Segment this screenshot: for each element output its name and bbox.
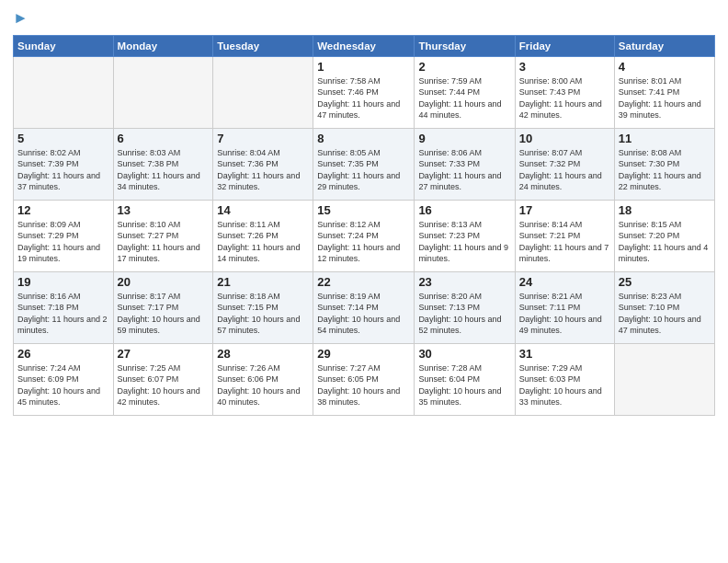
day-info: Sunrise: 8:05 AMSunset: 7:35 PMDaylight:…	[317, 147, 410, 193]
day-info: Sunrise: 8:01 AMSunset: 7:41 PMDaylight:…	[619, 75, 711, 121]
weekday-header-row: SundayMondayTuesdayWednesdayThursdayFrid…	[14, 35, 715, 56]
day-number: 10	[519, 132, 610, 145]
calendar-cell: 1Sunrise: 7:58 AMSunset: 7:46 PMDaylight…	[313, 56, 415, 128]
calendar-cell: 16Sunrise: 8:13 AMSunset: 7:23 PMDayligh…	[415, 200, 515, 271]
calendar-cell: 2Sunrise: 7:59 AMSunset: 7:44 PMDaylight…	[415, 56, 515, 128]
calendar-cell: 8Sunrise: 8:05 AMSunset: 7:35 PMDaylight…	[313, 128, 415, 200]
day-info: Sunrise: 8:19 AMSunset: 7:14 PMDaylight:…	[317, 291, 410, 337]
weekday-header-saturday: Saturday	[614, 35, 714, 56]
day-number: 30	[418, 347, 510, 361]
calendar-cell: 11Sunrise: 8:08 AMSunset: 7:30 PMDayligh…	[614, 128, 714, 200]
calendar-cell: 27Sunrise: 7:25 AMSunset: 6:07 PMDayligh…	[113, 343, 213, 415]
calendar-cell: 20Sunrise: 8:17 AMSunset: 7:17 PMDayligh…	[113, 271, 213, 343]
day-info: Sunrise: 7:59 AMSunset: 7:44 PMDaylight:…	[418, 75, 510, 121]
calendar-cell	[14, 56, 114, 128]
day-number: 2	[418, 60, 510, 74]
day-info: Sunrise: 8:00 AMSunset: 7:43 PMDaylight:…	[519, 75, 610, 121]
weekday-header-wednesday: Wednesday	[313, 35, 415, 56]
day-number: 4	[619, 60, 711, 74]
calendar-cell	[213, 56, 313, 128]
day-number: 18	[619, 203, 711, 217]
calendar-cell: 18Sunrise: 8:15 AMSunset: 7:20 PMDayligh…	[614, 200, 714, 271]
day-number: 21	[217, 275, 309, 289]
calendar-cell: 28Sunrise: 7:26 AMSunset: 6:06 PMDayligh…	[213, 343, 313, 415]
calendar-cell	[113, 56, 213, 128]
calendar-cell	[614, 343, 714, 415]
day-info: Sunrise: 8:10 AMSunset: 7:27 PMDaylight:…	[118, 219, 210, 265]
day-info: Sunrise: 7:29 AMSunset: 6:03 PMDaylight:…	[519, 362, 610, 408]
day-number: 22	[317, 275, 410, 289]
calendar-week-5: 26Sunrise: 7:24 AMSunset: 6:09 PMDayligh…	[14, 343, 715, 415]
day-info: Sunrise: 8:08 AMSunset: 7:30 PMDaylight:…	[619, 147, 711, 193]
day-info: Sunrise: 8:15 AMSunset: 7:20 PMDaylight:…	[619, 219, 711, 265]
day-info: Sunrise: 8:18 AMSunset: 7:15 PMDaylight:…	[217, 291, 309, 337]
day-number: 27	[118, 347, 210, 361]
calendar-cell: 13Sunrise: 8:10 AMSunset: 7:27 PMDayligh…	[113, 200, 213, 271]
weekday-header-thursday: Thursday	[415, 35, 515, 56]
page-container: ► SundayMondayTuesdayWednesdayThursdayFr…	[0, 0, 728, 563]
day-number: 24	[519, 275, 610, 289]
day-info: Sunrise: 8:17 AMSunset: 7:17 PMDaylight:…	[118, 291, 210, 337]
calendar-cell: 26Sunrise: 7:24 AMSunset: 6:09 PMDayligh…	[14, 343, 114, 415]
calendar-cell: 24Sunrise: 8:21 AMSunset: 7:11 PMDayligh…	[515, 271, 614, 343]
calendar-cell: 23Sunrise: 8:20 AMSunset: 7:13 PMDayligh…	[415, 271, 515, 343]
calendar-cell: 10Sunrise: 8:07 AMSunset: 7:32 PMDayligh…	[515, 128, 614, 200]
weekday-header-sunday: Sunday	[14, 35, 114, 56]
day-number: 14	[217, 203, 309, 217]
day-info: Sunrise: 7:26 AMSunset: 6:06 PMDaylight:…	[217, 362, 309, 408]
day-number: 29	[317, 347, 410, 361]
calendar-cell: 9Sunrise: 8:06 AMSunset: 7:33 PMDaylight…	[415, 128, 515, 200]
day-number: 8	[317, 132, 410, 145]
day-number: 5	[17, 132, 109, 145]
day-number: 16	[418, 203, 510, 217]
calendar-week-2: 5Sunrise: 8:02 AMSunset: 7:39 PMDaylight…	[14, 128, 715, 200]
day-info: Sunrise: 7:25 AMSunset: 6:07 PMDaylight:…	[118, 362, 210, 408]
day-number: 1	[317, 60, 410, 74]
day-number: 7	[217, 132, 309, 145]
calendar-cell: 14Sunrise: 8:11 AMSunset: 7:26 PMDayligh…	[213, 200, 313, 271]
weekday-header-tuesday: Tuesday	[213, 35, 313, 56]
day-info: Sunrise: 8:07 AMSunset: 7:32 PMDaylight:…	[519, 147, 610, 193]
calendar-cell: 30Sunrise: 7:28 AMSunset: 6:04 PMDayligh…	[415, 343, 515, 415]
day-number: 28	[217, 347, 309, 361]
calendar-week-1: 1Sunrise: 7:58 AMSunset: 7:46 PMDaylight…	[14, 56, 715, 128]
day-info: Sunrise: 7:28 AMSunset: 6:04 PMDaylight:…	[418, 362, 510, 408]
day-info: Sunrise: 7:58 AMSunset: 7:46 PMDaylight:…	[317, 75, 410, 121]
calendar-cell: 4Sunrise: 8:01 AMSunset: 7:41 PMDaylight…	[614, 56, 714, 128]
calendar-cell: 17Sunrise: 8:14 AMSunset: 7:21 PMDayligh…	[515, 200, 614, 271]
day-number: 20	[118, 275, 210, 289]
day-number: 19	[17, 275, 109, 289]
day-info: Sunrise: 7:27 AMSunset: 6:05 PMDaylight:…	[317, 362, 410, 408]
day-number: 11	[619, 132, 711, 145]
day-info: Sunrise: 8:13 AMSunset: 7:23 PMDaylight:…	[418, 219, 510, 265]
day-number: 31	[519, 347, 610, 361]
weekday-header-monday: Monday	[113, 35, 213, 56]
calendar-week-4: 19Sunrise: 8:16 AMSunset: 7:18 PMDayligh…	[14, 271, 715, 343]
day-number: 15	[317, 203, 410, 217]
day-info: Sunrise: 8:21 AMSunset: 7:11 PMDaylight:…	[519, 291, 610, 337]
calendar-cell: 25Sunrise: 8:23 AMSunset: 7:10 PMDayligh…	[614, 271, 714, 343]
calendar-cell: 3Sunrise: 8:00 AMSunset: 7:43 PMDaylight…	[515, 56, 614, 128]
day-number: 12	[17, 203, 109, 217]
calendar-week-3: 12Sunrise: 8:09 AMSunset: 7:29 PMDayligh…	[14, 200, 715, 271]
day-info: Sunrise: 8:02 AMSunset: 7:39 PMDaylight:…	[17, 147, 109, 193]
calendar-cell: 29Sunrise: 7:27 AMSunset: 6:05 PMDayligh…	[313, 343, 415, 415]
day-number: 23	[418, 275, 510, 289]
day-number: 17	[519, 203, 610, 217]
day-info: Sunrise: 8:14 AMSunset: 7:21 PMDaylight:…	[519, 219, 610, 265]
day-info: Sunrise: 8:03 AMSunset: 7:38 PMDaylight:…	[118, 147, 210, 193]
day-number: 26	[17, 347, 109, 361]
day-number: 9	[418, 132, 510, 145]
day-info: Sunrise: 8:16 AMSunset: 7:18 PMDaylight:…	[17, 291, 109, 337]
day-info: Sunrise: 8:11 AMSunset: 7:26 PMDaylight:…	[217, 219, 309, 265]
day-info: Sunrise: 7:24 AMSunset: 6:09 PMDaylight:…	[17, 362, 109, 408]
logo: ►	[13, 9, 28, 28]
calendar-cell: 19Sunrise: 8:16 AMSunset: 7:18 PMDayligh…	[14, 271, 114, 343]
calendar-cell: 7Sunrise: 8:04 AMSunset: 7:36 PMDaylight…	[213, 128, 313, 200]
day-info: Sunrise: 8:12 AMSunset: 7:24 PMDaylight:…	[317, 219, 410, 265]
logo-text: ►	[13, 9, 28, 28]
calendar-cell: 6Sunrise: 8:03 AMSunset: 7:38 PMDaylight…	[113, 128, 213, 200]
calendar-cell: 15Sunrise: 8:12 AMSunset: 7:24 PMDayligh…	[313, 200, 415, 271]
calendar-cell: 31Sunrise: 7:29 AMSunset: 6:03 PMDayligh…	[515, 343, 614, 415]
day-info: Sunrise: 8:06 AMSunset: 7:33 PMDaylight:…	[418, 147, 510, 193]
